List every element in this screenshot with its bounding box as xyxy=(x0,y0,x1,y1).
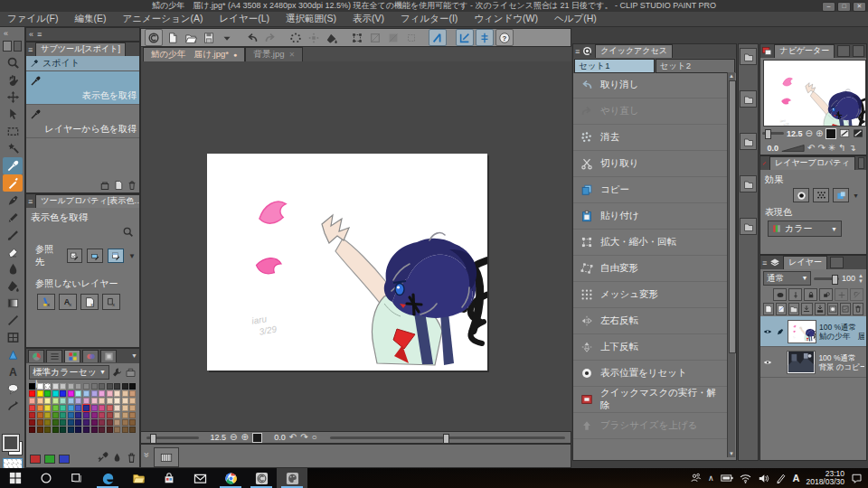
scroll-thumb[interactable] xyxy=(729,80,736,353)
import-set-icon[interactable] xyxy=(125,367,137,378)
selection-tool[interactable] xyxy=(3,123,23,140)
qa-menu-icon[interactable]: ≡ xyxy=(575,45,580,58)
color-swatch[interactable] xyxy=(122,427,128,433)
apply-mask-icon[interactable] xyxy=(840,303,851,315)
expression-color-select[interactable]: カラー ▼ xyxy=(768,221,842,237)
color-swatch[interactable] xyxy=(44,405,51,411)
auto-select-tool[interactable] xyxy=(3,140,23,157)
color-swatch[interactable] xyxy=(75,405,81,411)
timeline-button[interactable] xyxy=(154,447,179,467)
clip-studio-app[interactable] xyxy=(246,468,277,488)
color-swatch[interactable] xyxy=(37,427,43,433)
color-swatch[interactable] xyxy=(83,405,90,411)
qa-item-7[interactable]: 自由変形 xyxy=(573,256,728,282)
brush-tool[interactable] xyxy=(3,226,23,243)
start-button[interactable] xyxy=(0,468,31,488)
layers-menu-icon[interactable]: ≡ xyxy=(762,257,767,269)
lock-alpha-icon[interactable] xyxy=(819,288,833,301)
edge-app[interactable] xyxy=(92,468,123,488)
frame-tool[interactable] xyxy=(3,329,23,346)
color-swatch[interactable] xyxy=(99,419,105,426)
color-swatch[interactable] xyxy=(68,427,74,433)
color-swatch[interactable] xyxy=(52,398,59,404)
reselect-button[interactable] xyxy=(306,30,322,45)
tab-overflow-icon[interactable]: ▼ xyxy=(131,350,137,363)
qa-item-10[interactable]: 上下反転 xyxy=(573,334,728,361)
color-swatch[interactable] xyxy=(114,412,120,418)
clock[interactable]: 23:10 2018/03/30 xyxy=(806,470,844,486)
color-swatch[interactable] xyxy=(52,383,59,389)
navigator-thumbnail[interactable] xyxy=(763,60,866,127)
menu-0[interactable]: ファイル(F) xyxy=(7,13,58,25)
color-swatch[interactable] xyxy=(60,412,66,418)
qa-tab[interactable]: クイックアクセス xyxy=(595,44,673,58)
color-swatch[interactable] xyxy=(29,412,35,418)
document-tab-0[interactable]: 鯖の少年 届け.jpg*● xyxy=(143,47,245,61)
color-swatch[interactable] xyxy=(129,412,136,418)
nav-rotate-left-icon[interactable]: ↶ xyxy=(807,144,815,153)
color-swatch[interactable] xyxy=(60,383,66,389)
main-color-swatch[interactable] xyxy=(3,435,19,451)
border-effect-button[interactable] xyxy=(793,188,809,202)
color-swatch[interactable] xyxy=(91,412,98,418)
color-swatch[interactable] xyxy=(75,427,81,433)
color-swatch[interactable] xyxy=(129,390,136,397)
hand-tool[interactable] xyxy=(3,71,23,89)
save-button[interactable] xyxy=(201,30,217,45)
layer-mask-icon[interactable] xyxy=(827,303,838,315)
explorer-app[interactable] xyxy=(123,468,154,488)
add-color-icon[interactable] xyxy=(97,452,108,464)
menu-8[interactable]: ヘルプ(H) xyxy=(554,13,597,25)
import-icon[interactable] xyxy=(99,180,110,191)
marker-tool[interactable] xyxy=(3,174,23,192)
color-swatch[interactable] xyxy=(68,398,74,404)
color-swatch[interactable] xyxy=(75,412,81,418)
qa-item-8[interactable]: メッシュ変形 xyxy=(573,282,728,308)
subview-tab[interactable] xyxy=(837,45,849,57)
menu-1[interactable]: 編集(E) xyxy=(74,13,106,25)
nav-zoom-out-icon[interactable]: ⊖ xyxy=(806,129,813,138)
color-swatch[interactable] xyxy=(91,405,98,411)
color-swatch[interactable] xyxy=(44,383,51,389)
menu-6[interactable]: フィルター(I) xyxy=(401,13,458,25)
subtool-menu-icon[interactable]: ≡ xyxy=(28,43,33,56)
color-swatch[interactable] xyxy=(52,405,59,411)
exclude-paper-button[interactable]: x xyxy=(80,294,99,310)
nav-rotation-slider[interactable] xyxy=(781,144,805,153)
figure-tool[interactable] xyxy=(3,346,23,363)
cortana-button[interactable] xyxy=(31,468,61,488)
wifi-icon[interactable] xyxy=(740,474,751,483)
subtool-tab[interactable]: サブツール[スポイト] xyxy=(35,42,126,56)
color-swatch[interactable] xyxy=(68,383,74,389)
redo-button[interactable] xyxy=(262,30,278,45)
fit-window-icon[interactable] xyxy=(839,128,850,138)
eraser-tool[interactable] xyxy=(3,243,23,260)
material-palette-4[interactable] xyxy=(740,175,757,192)
qa-item-12[interactable]: クイックマスクの実行・解除 xyxy=(573,387,728,413)
color-swatch[interactable] xyxy=(29,383,35,389)
color-swatch[interactable] xyxy=(44,419,51,426)
color-swatch[interactable] xyxy=(44,412,51,418)
nav-zoom-slider[interactable] xyxy=(762,132,784,135)
mail-app[interactable] xyxy=(184,468,215,488)
recent-color-swatch[interactable] xyxy=(59,455,70,464)
canvas-viewport[interactable] xyxy=(140,61,571,431)
new-file-button[interactable] xyxy=(165,30,181,45)
fit-page-icon[interactable] xyxy=(853,128,863,138)
palette-menu-icon[interactable]: ≡ xyxy=(37,28,42,41)
nav-reset-icon[interactable]: ✳ xyxy=(828,144,835,153)
exclude-text-button[interactable]: Ax xyxy=(59,294,77,310)
nav-flip-v-icon[interactable]: ↴ xyxy=(849,144,856,153)
color-swatch[interactable] xyxy=(83,398,90,404)
title-bar[interactable]: 鯖の少年 届け.jpg* (A4 3508 x 2480px 300dpi 12… xyxy=(0,0,868,12)
merge-down-icon[interactable] xyxy=(815,303,826,315)
color-swatch[interactable] xyxy=(99,405,105,411)
qa-scrollbar[interactable]: ▲ ▼ xyxy=(727,72,735,457)
tone-effect-button[interactable] xyxy=(813,188,829,202)
color-swatch[interactable] xyxy=(60,427,66,433)
color-swatch[interactable] xyxy=(52,412,59,418)
color-swatch[interactable] xyxy=(107,398,113,404)
color-swatch[interactable] xyxy=(122,419,128,426)
ref-layer-icon[interactable] xyxy=(850,288,863,301)
color-swatch[interactable] xyxy=(75,383,81,389)
